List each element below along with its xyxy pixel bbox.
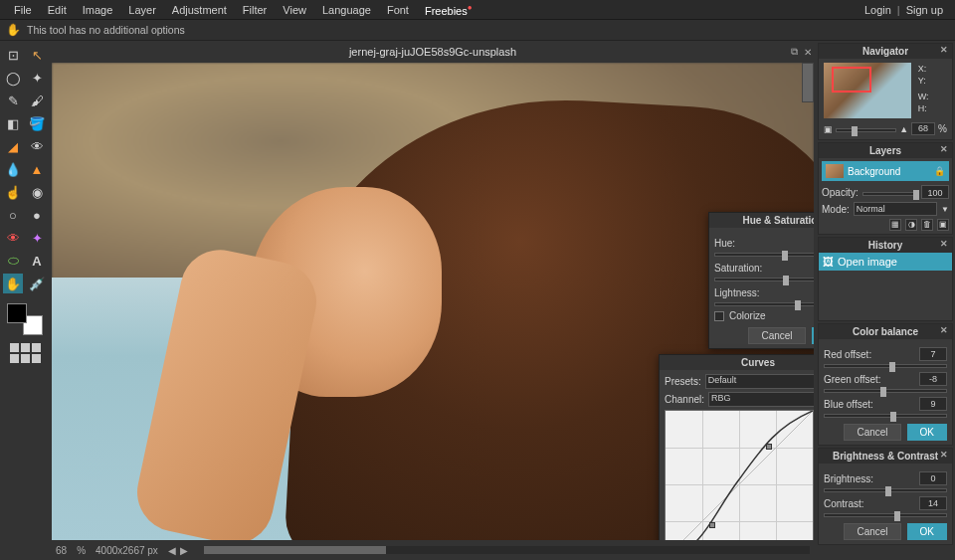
brush-tool[interactable]: 🖌 [27, 91, 47, 110]
zoom-out-icon[interactable]: ▣ [824, 124, 833, 134]
green-offset-slider[interactable] [824, 389, 947, 393]
cancel-button[interactable]: Cancel [844, 424, 900, 441]
close-icon[interactable]: ✕ [940, 144, 948, 154]
layer-action-icon[interactable]: ▦ [889, 219, 901, 231]
crop-tool[interactable]: ⊡ [3, 45, 23, 65]
opacity-slider[interactable] [862, 192, 917, 196]
lasso-tool[interactable]: ◯ [3, 68, 23, 88]
red-offset-label: Red offset: [824, 349, 871, 360]
move-tool[interactable]: ↖ [27, 45, 47, 65]
close-icon[interactable]: ✕ [940, 239, 948, 249]
menu-view[interactable]: View [275, 4, 314, 16]
delete-layer-icon[interactable]: 🗑 [921, 219, 933, 231]
wand-tool[interactable]: ✦ [27, 68, 47, 88]
cancel-button[interactable]: Cancel [748, 327, 805, 344]
brightness-slider[interactable] [824, 488, 947, 492]
dodge-tool[interactable]: ○ [3, 205, 23, 225]
opacity-value[interactable]: 100 [921, 185, 949, 199]
toolbox: ⊡ ↖ ◯ ✦ ✎ 🖌 ◧ 🪣 ◢ 👁 💧 ▲ ☝ ◉ ○ ● 👁 ✦ ⬭ A … [0, 41, 50, 560]
menu-filter[interactable]: Filter [235, 4, 275, 16]
navigator-zoom-slider[interactable] [836, 128, 896, 132]
close-icon[interactable]: ✕ [940, 45, 948, 55]
menu-file[interactable]: File [6, 4, 40, 16]
blur-tool[interactable]: 💧 [3, 159, 23, 179]
menu-image[interactable]: Image [75, 4, 121, 16]
brightness-label: Brightness: [824, 473, 873, 484]
menu-language[interactable]: Language [314, 4, 379, 16]
vertical-scrollbar[interactable] [802, 63, 814, 102]
ok-button[interactable]: OK [812, 327, 814, 344]
curve-handle[interactable] [709, 522, 715, 528]
horizontal-scrollbar[interactable] [204, 546, 810, 554]
color-swatches[interactable] [7, 303, 43, 335]
green-offset-value[interactable]: -8 [919, 372, 947, 386]
text-tool[interactable]: A [27, 251, 47, 271]
saturation-slider[interactable] [714, 278, 814, 281]
smudge-tool[interactable]: ☝ [3, 182, 23, 202]
clone-tool[interactable]: 👁 [27, 136, 47, 156]
menu-freebies[interactable]: Freebies● [417, 3, 480, 17]
close-icon[interactable]: ✕ [940, 450, 948, 460]
colorize-checkbox[interactable] [714, 311, 724, 321]
brightness-value[interactable]: 0 [919, 471, 947, 485]
sharpen-tool[interactable]: ▲ [27, 159, 47, 179]
red-offset-slider[interactable] [824, 364, 947, 368]
layer-item-background[interactable]: Background 🔒 [822, 161, 949, 181]
spot-tool[interactable]: ✦ [27, 228, 47, 248]
hue-saturation-panel[interactable]: Hue & Saturation✕ Hue:-2 Saturation:0 Li… [708, 212, 814, 349]
canvas[interactable]: Hue & Saturation✕ Hue:-2 Saturation:0 Li… [52, 63, 814, 540]
lightness-slider[interactable] [714, 302, 814, 306]
contrast-slider[interactable] [824, 513, 947, 517]
navigator-zoom-value[interactable]: 68 [911, 122, 935, 135]
hand-icon: ✋ [6, 23, 21, 37]
new-layer-icon[interactable]: ▣ [937, 219, 949, 231]
close-tab-icon[interactable]: ✕ [804, 47, 812, 58]
close-icon[interactable]: ✕ [940, 325, 948, 335]
red-offset-value[interactable]: 7 [919, 347, 947, 361]
curve-handle[interactable] [766, 444, 772, 450]
navigator-thumbnail[interactable] [824, 63, 911, 118]
cancel-button[interactable]: Cancel [844, 523, 900, 540]
gradient-tool[interactable]: ◢ [3, 136, 23, 156]
login-link[interactable]: Login [859, 4, 897, 16]
chevron-down-icon[interactable]: ▼ [941, 205, 949, 214]
bucket-tool[interactable]: 🪣 [27, 113, 47, 133]
ok-button[interactable]: OK [907, 523, 947, 540]
menu-layer[interactable]: Layer [120, 4, 164, 16]
popout-icon[interactable]: ⧉ [791, 46, 798, 58]
layer-action-icon[interactable]: ◑ [905, 219, 917, 231]
fg-color-swatch[interactable] [7, 303, 27, 323]
signup-link[interactable]: Sign up [900, 4, 949, 16]
pencil-tool[interactable]: ✎ [3, 91, 23, 110]
redeye-tool[interactable]: 👁 [3, 228, 23, 248]
curves-panel[interactable]: Curves✕ Presets:Default Channel:RBG [659, 354, 814, 540]
ok-button[interactable]: OK [907, 424, 947, 441]
menu-edit[interactable]: Edit [40, 4, 75, 16]
zoom-out-icon[interactable]: ◀ [168, 545, 176, 556]
burn-tool[interactable]: ● [27, 205, 47, 225]
zoom-in-icon[interactable]: ▶ [180, 545, 188, 556]
channel-label: Channel: [665, 394, 704, 405]
eraser-tool[interactable]: ◧ [3, 113, 23, 133]
zoom-in-icon[interactable]: ▲ [899, 124, 908, 134]
green-offset-label: Green offset: [824, 374, 881, 385]
blend-mode-dropdown[interactable]: Normal [854, 202, 937, 216]
shape-tool[interactable]: ⬭ [3, 251, 23, 271]
eyedropper-tool[interactable]: 💉 [27, 274, 47, 293]
presets-dropdown[interactable]: Default [705, 374, 814, 389]
sponge-tool[interactable]: ◉ [27, 182, 47, 202]
lock-icon[interactable]: 🔒 [934, 166, 945, 176]
swatches-grid-icon[interactable] [10, 343, 41, 363]
blue-offset-value[interactable]: 9 [919, 397, 947, 411]
hand-tool[interactable]: ✋ [3, 274, 23, 293]
channel-dropdown[interactable]: RBG [708, 392, 814, 407]
document-title: jernej-graj-juJOE58s9Gc-unsplash [349, 46, 516, 58]
blue-offset-slider[interactable] [824, 414, 947, 418]
menu-adjustment[interactable]: Adjustment [164, 4, 235, 16]
history-item-open[interactable]: 🖼 Open image [819, 253, 952, 271]
navigator-coords: X:Y: W:H: [918, 63, 929, 114]
hue-slider[interactable] [714, 253, 814, 257]
curves-graph[interactable] [665, 410, 814, 540]
contrast-value[interactable]: 14 [919, 496, 947, 510]
menu-font[interactable]: Font [379, 4, 417, 16]
